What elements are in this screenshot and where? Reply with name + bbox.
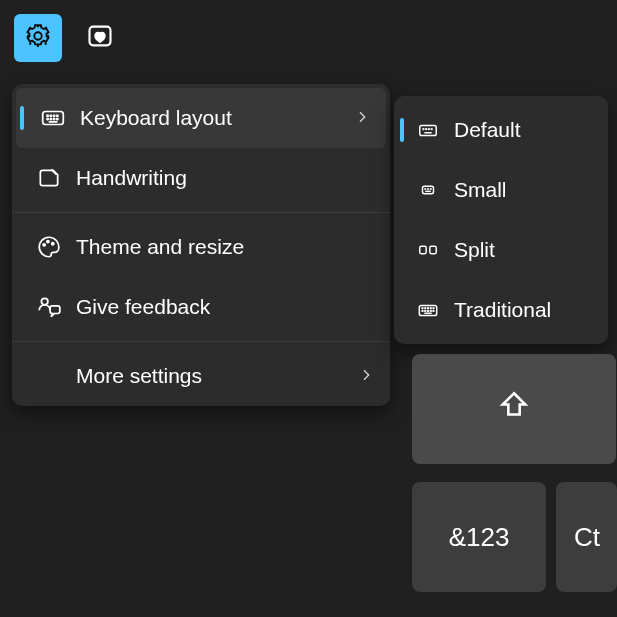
svg-point-7: [47, 118, 48, 119]
svg-point-35: [433, 308, 434, 309]
keyboard-split-icon: [410, 239, 446, 261]
svg-rect-28: [420, 246, 426, 253]
selection-indicator: [400, 118, 404, 142]
svg-rect-29: [430, 246, 436, 253]
svg-point-25: [428, 189, 429, 190]
svg-point-37: [425, 310, 426, 311]
toolbar: [0, 0, 617, 76]
submenu-item-label: Small: [454, 178, 507, 202]
svg-point-15: [41, 298, 48, 305]
keyboard-small-icon: [410, 179, 446, 201]
gear-icon: [24, 22, 52, 54]
keyboard-layout-submenu: Default Small Split: [394, 96, 608, 344]
shift-key[interactable]: [412, 354, 616, 464]
svg-point-5: [53, 115, 54, 116]
ctrl-key-label: Ct: [574, 522, 600, 553]
svg-point-40: [433, 310, 434, 311]
svg-point-34: [430, 308, 431, 309]
submenu-item-traditional[interactable]: Traditional: [394, 280, 608, 340]
handwriting-icon: [28, 165, 70, 191]
chevron-right-icon: [358, 364, 374, 388]
svg-point-13: [47, 241, 49, 243]
svg-point-3: [47, 115, 48, 116]
settings-menu: Keyboard layout Handwriting Theme and re…: [12, 84, 390, 406]
submenu-item-label: Traditional: [454, 298, 551, 322]
gif-heart-icon: [86, 22, 114, 54]
keyboard-icon: [32, 105, 74, 131]
submenu-item-small[interactable]: Small: [394, 160, 608, 220]
svg-point-4: [50, 115, 51, 116]
svg-point-39: [430, 310, 431, 311]
svg-point-20: [426, 129, 427, 130]
gif-picker-button[interactable]: [76, 14, 124, 62]
svg-rect-16: [50, 306, 60, 314]
svg-point-38: [428, 310, 429, 311]
svg-point-24: [425, 189, 426, 190]
svg-point-36: [422, 310, 423, 311]
submenu-item-split[interactable]: Split: [394, 220, 608, 280]
feedback-icon: [28, 294, 70, 320]
menu-separator: [12, 341, 390, 342]
submenu-item-label: Default: [454, 118, 521, 142]
ctrl-key[interactable]: Ct: [556, 482, 617, 592]
svg-point-26: [430, 189, 431, 190]
symbols-key[interactable]: &123: [412, 482, 546, 592]
settings-button[interactable]: [14, 14, 62, 62]
menu-item-theme-resize[interactable]: Theme and resize: [12, 217, 390, 277]
svg-point-32: [425, 308, 426, 309]
menu-separator: [12, 212, 390, 213]
menu-item-label: Theme and resize: [76, 235, 374, 259]
menu-item-label: More settings: [76, 364, 358, 388]
svg-point-10: [57, 118, 58, 119]
submenu-item-default[interactable]: Default: [394, 100, 608, 160]
svg-point-33: [428, 308, 429, 309]
submenu-item-label: Split: [454, 238, 495, 262]
menu-item-label: Handwriting: [76, 166, 374, 190]
menu-item-handwriting[interactable]: Handwriting: [12, 148, 390, 208]
menu-item-label: Keyboard layout: [80, 106, 354, 130]
keyboard-default-icon: [410, 119, 446, 141]
menu-item-give-feedback[interactable]: Give feedback: [12, 277, 390, 337]
selection-indicator: [20, 106, 24, 130]
symbols-key-label: &123: [449, 522, 510, 553]
menu-item-keyboard-layout[interactable]: Keyboard layout: [16, 88, 386, 148]
svg-point-12: [43, 244, 45, 246]
menu-item-more-settings[interactable]: More settings: [12, 346, 390, 406]
svg-point-19: [423, 129, 424, 130]
svg-point-14: [52, 243, 54, 245]
keyboard-traditional-icon: [410, 299, 446, 321]
svg-point-21: [428, 129, 429, 130]
svg-rect-17: [420, 125, 437, 135]
svg-point-8: [50, 118, 51, 119]
shift-up-arrow-icon: [497, 389, 531, 430]
svg-point-31: [422, 308, 423, 309]
palette-icon: [28, 234, 70, 260]
svg-point-6: [57, 115, 58, 116]
svg-point-22: [431, 129, 432, 130]
svg-point-9: [53, 118, 54, 119]
svg-point-0: [34, 32, 41, 39]
menu-item-label: Give feedback: [76, 295, 374, 319]
chevron-right-icon: [354, 106, 370, 130]
